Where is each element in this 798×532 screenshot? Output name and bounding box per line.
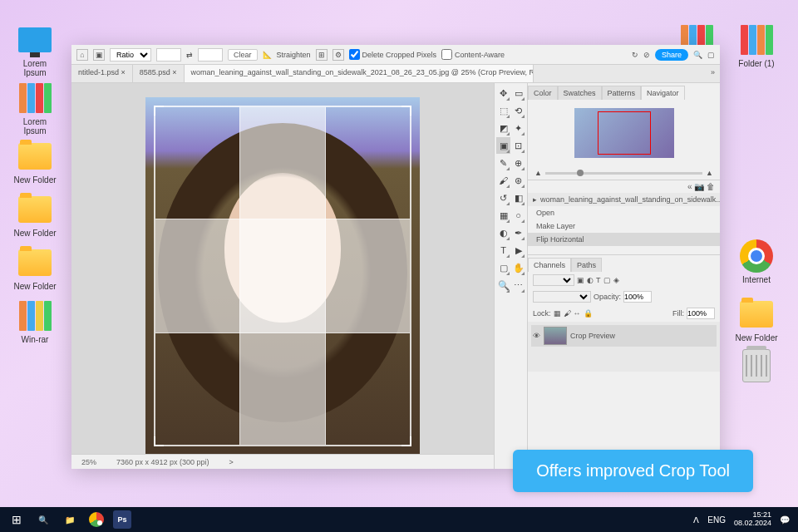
desktop-icon-computer[interactable]: Lorem Ipsum — [12, 23, 58, 77]
path-select-icon[interactable]: ▶ — [511, 242, 525, 259]
filter-image-icon[interactable]: ▣ — [577, 276, 584, 284]
ratio-w-input[interactable] — [156, 48, 181, 62]
history-step[interactable]: Flip Horizontal — [528, 233, 720, 246]
delete-cropped-checkbox[interactable]: Delete Cropped Pixels — [349, 49, 437, 60]
crop-tool-icon[interactable]: ▣ — [496, 137, 510, 154]
pen-tool-icon[interactable]: ✒ — [511, 224, 525, 241]
share-button[interactable]: Share — [655, 49, 688, 61]
clear-button[interactable]: Clear — [228, 49, 258, 61]
layer-row[interactable]: 👁 Crop Preview — [531, 325, 717, 347]
tab-doc[interactable]: 8585.psd × — [133, 65, 185, 82]
history-step[interactable]: Open — [528, 206, 720, 219]
crop-overlay[interactable] — [154, 106, 411, 446]
filter-type-icon[interactable]: T — [596, 276, 601, 284]
history-step[interactable]: Make Layer — [528, 219, 720, 233]
lock-pixels-icon[interactable]: 🖌 — [564, 309, 571, 318]
layer-filter-select[interactable] — [533, 274, 574, 286]
ratio-h-input[interactable] — [198, 48, 223, 62]
tab-doc-active[interactable]: woman_leaning_against_wall_standing_on_s… — [185, 65, 534, 82]
crop-tool-icon[interactable]: ▣ — [93, 49, 105, 61]
crop-handle-bl[interactable] — [154, 436, 164, 446]
panel-tab-navigator[interactable]: Navigator — [641, 86, 685, 100]
healing-brush-icon[interactable]: ⊕ — [511, 155, 525, 171]
blend-mode-select[interactable] — [533, 291, 591, 303]
status-menu-chevron[interactable]: > — [229, 458, 234, 466]
clock[interactable]: 15:21 08.02.2024 — [734, 511, 771, 528]
collapse-icon[interactable]: « — [687, 182, 692, 191]
zoom-in-icon[interactable]: ▲ — [706, 169, 713, 177]
lock-all-icon[interactable]: 🔒 — [584, 309, 593, 318]
history-brush-icon[interactable]: ↺ — [496, 190, 510, 206]
edit-toolbar-icon[interactable]: ⋯ — [511, 277, 525, 293]
workspace-icon[interactable]: ▢ — [707, 51, 715, 59]
overlay-grid-icon[interactable]: ⊞ — [316, 49, 328, 61]
filter-shape-icon[interactable]: ▢ — [603, 276, 611, 284]
search-icon[interactable]: 🔍 — [693, 51, 702, 59]
cancel-icon[interactable]: ⊘ — [643, 51, 650, 59]
start-button[interactable]: ⊞ — [3, 507, 30, 532]
desktop-icon-binders[interactable]: Lorem Ipsum — [12, 81, 58, 135]
desktop-icon-folder1[interactable]: Folder (1) — [733, 23, 780, 68]
eyedropper-icon[interactable]: ✎ — [496, 155, 510, 171]
snapshot-icon[interactable]: 📷 — [694, 182, 704, 191]
tab-doc[interactable]: ntitled-1.psd × — [71, 65, 133, 82]
crop-handle-br[interactable] — [401, 436, 411, 446]
artboard-tool-icon[interactable]: ▭ — [511, 85, 525, 101]
brush-tool-icon[interactable]: 🖌 — [496, 172, 510, 189]
object-select-icon[interactable]: ◩ — [496, 120, 510, 136]
type-tool-icon[interactable]: T — [496, 242, 510, 259]
move-tool-icon[interactable]: ✥ — [496, 85, 510, 101]
hand-tool-icon[interactable]: ✋ — [511, 259, 525, 276]
eraser-tool-icon[interactable]: ◧ — [511, 190, 525, 206]
blur-tool-icon[interactable]: ○ — [511, 207, 525, 224]
chrome-taskbar-icon[interactable] — [83, 507, 110, 532]
panel-tab-color[interactable]: Color — [528, 86, 558, 100]
panel-tab-patterns[interactable]: Patterns — [602, 86, 642, 100]
filter-smart-icon[interactable]: ◈ — [613, 276, 619, 284]
frame-tool-icon[interactable]: ⊡ — [511, 137, 525, 154]
visibility-icon[interactable]: 👁 — [533, 332, 540, 340]
magic-wand-icon[interactable]: ✦ — [511, 120, 525, 136]
search-button[interactable]: 🔍 — [30, 507, 57, 532]
dodge-tool-icon[interactable]: ◐ — [496, 224, 510, 241]
zoom-out-icon[interactable]: ▲ — [534, 169, 542, 177]
reset-icon[interactable]: ↻ — [632, 51, 638, 59]
rectangle-tool-icon[interactable]: ▢ — [496, 259, 510, 276]
desktop-icon-trash[interactable] — [733, 349, 780, 385]
desktop-icon-folder[interactable]: New Folder — [12, 246, 58, 291]
crop-handle-tl[interactable] — [154, 106, 164, 116]
tray-chevron-icon[interactable]: ᐱ — [693, 515, 699, 525]
panel-tab-swatches[interactable]: Swatches — [558, 86, 602, 100]
desktop-icon-winrar[interactable]: Win-rar — [12, 299, 58, 344]
crop-handle-tr[interactable] — [401, 106, 411, 116]
explorer-icon[interactable]: 📁 — [57, 507, 83, 532]
trash-icon[interactable]: 🗑 — [707, 182, 715, 191]
zoom-level[interactable]: 25% — [81, 458, 96, 466]
marquee-tool-icon[interactable]: ⬚ — [496, 102, 510, 119]
panel-tab-channels[interactable]: Channels — [528, 258, 571, 272]
straighten-icon[interactable]: 📐 — [263, 51, 272, 59]
clone-stamp-icon[interactable]: ⊛ — [511, 172, 525, 189]
photoshop-taskbar-icon[interactable]: Ps — [113, 510, 131, 529]
opacity-input[interactable] — [623, 291, 652, 303]
canvas[interactable]: 25% 7360 px x 4912 px (300 ppi) > — [71, 83, 494, 469]
crop-options-icon[interactable]: ⚙ — [332, 49, 344, 61]
layer-thumbnail[interactable] — [544, 327, 567, 345]
desktop-icon-chrome[interactable]: Internet — [733, 239, 780, 284]
desktop-icon-folder[interactable]: New Folder — [12, 140, 58, 185]
notifications-icon[interactable]: 💬 — [780, 515, 790, 525]
fill-input[interactable] — [687, 308, 715, 319]
language-indicator[interactable]: ENG — [707, 515, 726, 525]
gradient-tool-icon[interactable]: ▦ — [496, 207, 510, 224]
lock-transparency-icon[interactable]: ▦ — [554, 309, 561, 318]
navigator-thumbnail[interactable] — [574, 108, 674, 158]
swap-icon[interactable]: ⇄ — [186, 51, 193, 59]
desktop-icon-folder[interactable]: New Folder — [12, 193, 58, 238]
ratio-preset-select[interactable]: Ratio — [110, 48, 151, 62]
tabs-overflow[interactable]: » — [706, 65, 720, 82]
home-icon[interactable]: ⌂ — [76, 49, 88, 61]
panel-tab-paths[interactable]: Paths — [571, 258, 602, 272]
lasso-tool-icon[interactable]: ⟲ — [511, 102, 525, 119]
filter-adjust-icon[interactable]: ◐ — [587, 276, 594, 284]
content-aware-checkbox[interactable]: Content-Aware — [441, 49, 505, 60]
